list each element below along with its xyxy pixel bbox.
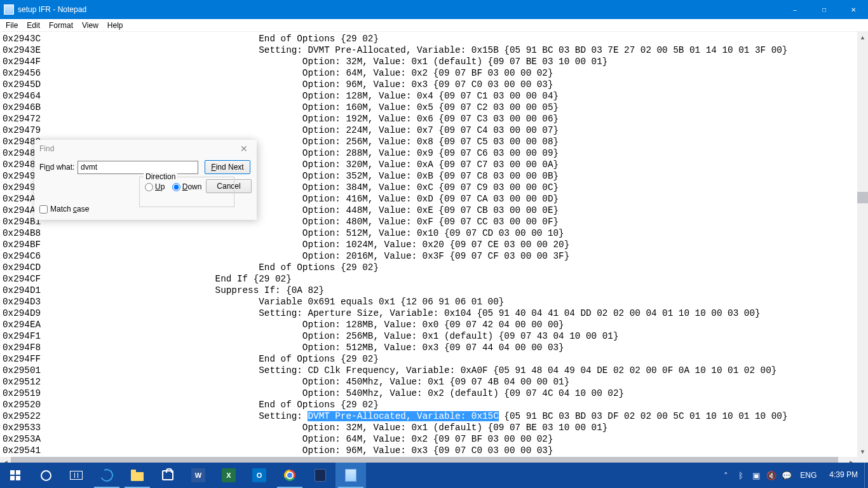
tray-chevron-up-icon[interactable]: ˄ (720, 471, 731, 480)
show-desktop-button[interactable] (864, 463, 868, 488)
menu-view[interactable]: View (78, 20, 103, 30)
direction-up-radio[interactable]: Up (145, 182, 165, 191)
taskbar-notepad[interactable] (336, 463, 366, 488)
scroll-up-arrow-icon[interactable]: ▲ (857, 32, 868, 43)
scroll-down-arrow-icon[interactable]: ▼ (857, 446, 868, 457)
taskbar-chrome[interactable] (275, 463, 305, 488)
maximize-button[interactable]: □ (810, 0, 839, 19)
close-button[interactable]: ✕ (839, 0, 868, 19)
text-content[interactable]: 0x2943C End of Options {29 02}0x2943E Se… (0, 32, 868, 457)
direction-legend: Direction (144, 172, 177, 181)
title-bar: setup IFR - Notepad – □ ✕ (0, 0, 868, 19)
taskbar-word[interactable]: W (183, 463, 214, 488)
menu-bar: File Edit Format View Help (0, 19, 868, 31)
vscroll-track[interactable] (857, 43, 868, 446)
tray-action-center-icon[interactable]: 💬 (781, 471, 792, 480)
find-close-button[interactable]: ✕ (236, 142, 252, 155)
taskbar-clock[interactable]: 4:39 PM (823, 471, 864, 479)
taskbar-edge[interactable] (92, 463, 122, 488)
start-button[interactable] (0, 463, 31, 488)
taskbar-file-explorer[interactable] (122, 463, 153, 488)
tray-battery-icon[interactable]: ▣ (750, 471, 762, 480)
vscroll-thumb[interactable] (857, 192, 868, 203)
minimize-button[interactable]: – (780, 0, 810, 19)
tray-volume-icon[interactable]: 🔇 (766, 471, 777, 480)
find-next-button[interactable]: Find Next (205, 160, 250, 174)
match-case-checkbox[interactable]: Match case (39, 205, 89, 214)
tray-language[interactable]: ENG (800, 471, 817, 480)
tray-bluetooth-icon[interactable]: ᛒ (735, 471, 747, 480)
window-title: setup IFR - Notepad (18, 5, 780, 14)
taskbar-outlook[interactable]: O (244, 463, 275, 488)
menu-help[interactable]: Help (103, 20, 128, 30)
menu-file[interactable]: File (1, 20, 22, 30)
find-what-label: Find what: (39, 163, 78, 172)
menu-format[interactable]: Format (44, 20, 78, 30)
window-controls: – □ ✕ (780, 0, 868, 19)
editor-area: 0x2943C End of Options {29 02}0x2943E Se… (0, 31, 868, 457)
taskbar-calculator[interactable] (305, 463, 336, 488)
direction-down-radio[interactable]: Down (172, 182, 202, 191)
system-tray[interactable]: ˄ ᛒ ▣ 🔇 💬 ENG (717, 463, 823, 488)
find-dialog: Find ✕ Find what: Find Next Cancel Direc… (34, 140, 257, 220)
vertical-scrollbar[interactable]: ▲ ▼ (857, 32, 868, 457)
find-what-input[interactable] (78, 161, 198, 174)
taskbar: W X O ˄ ᛒ ▣ 🔇 💬 ENG 4:39 PM (0, 463, 868, 488)
notepad-app-icon (4, 4, 14, 15)
find-dialog-title: Find (39, 144, 236, 153)
direction-group: Direction Up Down (139, 177, 234, 207)
cortana-button[interactable] (31, 463, 61, 488)
taskbar-store[interactable] (153, 463, 183, 488)
task-view-button[interactable] (61, 463, 92, 488)
taskbar-excel[interactable]: X (214, 463, 244, 488)
menu-edit[interactable]: Edit (22, 20, 44, 30)
find-dialog-titlebar[interactable]: Find ✕ (34, 140, 257, 158)
